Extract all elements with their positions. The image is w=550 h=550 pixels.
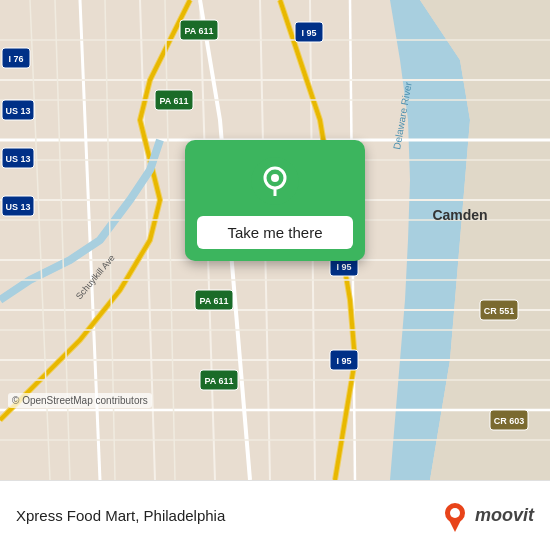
popup-card: Take me there (185, 140, 365, 261)
svg-marker-62 (449, 520, 461, 532)
take-me-there-button[interactable]: Take me there (197, 216, 353, 249)
location-pin-icon (250, 156, 300, 206)
svg-marker-2 (420, 0, 550, 480)
location-label: Xpress Food Mart, Philadelphia (16, 507, 225, 524)
svg-text:PA 611: PA 611 (184, 26, 213, 36)
svg-text:I 95: I 95 (336, 356, 351, 366)
svg-text:PA 611: PA 611 (159, 96, 188, 106)
svg-rect-54 (490, 410, 528, 430)
svg-rect-38 (155, 90, 193, 110)
map-copyright: © OpenStreetMap contributors (8, 393, 152, 408)
svg-line-3 (80, 0, 100, 480)
svg-line-16 (30, 0, 50, 480)
svg-text:CR 551: CR 551 (484, 306, 515, 316)
moovit-brand-label: moovit (475, 505, 534, 526)
svg-rect-44 (295, 22, 323, 42)
svg-rect-32 (2, 148, 34, 168)
svg-text:PA 611: PA 611 (204, 376, 233, 386)
svg-line-18 (105, 0, 115, 480)
svg-marker-1 (390, 0, 470, 480)
svg-rect-42 (200, 370, 238, 390)
svg-text:US 13: US 13 (5, 202, 30, 212)
svg-rect-40 (195, 290, 233, 310)
svg-rect-30 (2, 100, 34, 120)
moovit-brand-icon (439, 500, 471, 532)
svg-point-60 (271, 174, 279, 182)
svg-rect-34 (2, 196, 34, 216)
svg-text:US 13: US 13 (5, 106, 30, 116)
moovit-logo: moovit (439, 500, 534, 532)
map-container: I 76 US 13 US 13 US 13 PA 611 PA 611 PA … (0, 0, 550, 480)
svg-point-63 (450, 508, 460, 518)
bottom-bar: Xpress Food Mart, Philadelphia moovit (0, 480, 550, 550)
svg-rect-52 (480, 300, 518, 320)
svg-text:Delaware River: Delaware River (391, 80, 414, 150)
svg-text:PA 611: PA 611 (199, 296, 228, 306)
svg-text:I 95: I 95 (336, 262, 351, 272)
svg-text:I 95: I 95 (301, 28, 316, 38)
svg-text:CR 603: CR 603 (494, 416, 525, 426)
svg-text:I 76: I 76 (8, 54, 23, 64)
svg-line-17 (55, 0, 70, 480)
svg-text:Schuylkill Ave: Schuylkill Ave (74, 253, 117, 301)
svg-rect-28 (2, 48, 30, 68)
svg-rect-36 (180, 20, 218, 40)
svg-text:Camden: Camden (432, 207, 487, 223)
svg-rect-48 (330, 350, 358, 370)
svg-line-19 (165, 0, 175, 480)
svg-line-4 (140, 0, 155, 480)
svg-text:US 13: US 13 (5, 154, 30, 164)
